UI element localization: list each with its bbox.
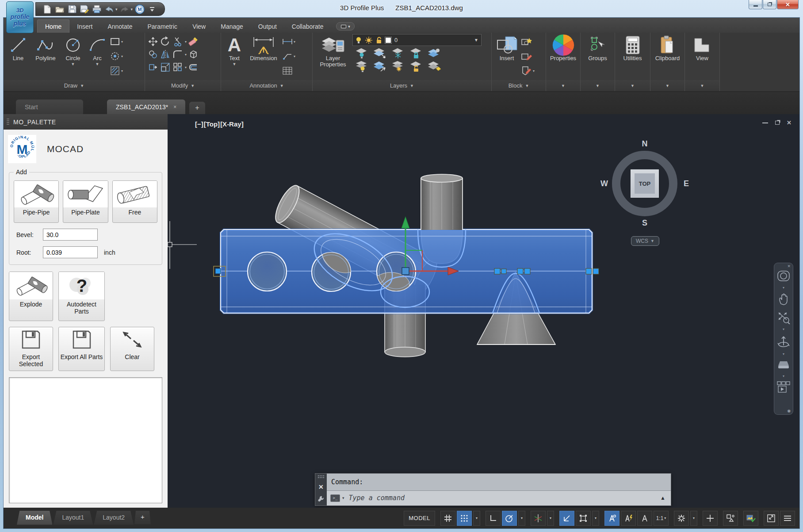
layer-thaw-all-button[interactable]	[390, 60, 405, 73]
arc-dropdown[interactable]: ▼	[96, 62, 99, 67]
command-settings-icon[interactable]	[317, 495, 324, 504]
clipboard-panel-title[interactable]: ▼	[650, 80, 684, 91]
text-button[interactable]: A Text ▼	[223, 34, 245, 68]
viewcube-south[interactable]: S	[642, 218, 647, 228]
tab-output[interactable]: Output	[251, 20, 284, 33]
maximize-button[interactable]	[763, 0, 776, 9]
mirror-button[interactable]	[160, 49, 171, 60]
move-button[interactable]	[147, 36, 159, 47]
application-menu-button[interactable]: 3D profile plus	[6, 1, 34, 33]
offset-button[interactable]	[187, 61, 199, 73]
scale-button[interactable]	[160, 61, 171, 73]
properties-panel-title[interactable]: ▼	[546, 80, 580, 91]
undo-button[interactable]	[104, 4, 115, 15]
tab-annotate[interactable]: Annotate	[100, 20, 140, 33]
groups-button[interactable]: Groups	[587, 34, 608, 62]
file-tab-active-document[interactable]: ZSB1_ACAD2013* ×	[107, 100, 185, 114]
layer-freeze-button[interactable]	[390, 47, 405, 59]
viewcube-face-top[interactable]: TOP	[631, 169, 659, 198]
annotation-scale-icon-button[interactable]	[637, 511, 652, 526]
pipe-pipe-button[interactable]: Pipe-Pipe	[14, 180, 59, 223]
explode-button[interactable]: Explode	[9, 272, 53, 321]
trim-button[interactable]	[172, 36, 184, 47]
palette-grip-icon[interactable]	[7, 118, 9, 126]
parts-list[interactable]	[9, 377, 162, 503]
edit-block-button[interactable]	[521, 50, 532, 62]
copy-button[interactable]	[147, 49, 159, 60]
zoom-dropdown-icon[interactable]: ▾	[783, 327, 784, 331]
tab-insert[interactable]: Insert	[69, 20, 100, 33]
layer-on2-button[interactable]	[354, 60, 369, 73]
rotate-button[interactable]	[160, 36, 171, 47]
graphics-performance-button[interactable]	[743, 511, 758, 526]
navbar-options-icon[interactable]: ◉	[787, 409, 791, 413]
tab-home[interactable]: Home	[37, 19, 69, 33]
snap-mode-button[interactable]	[457, 511, 472, 526]
doc-restore-icon[interactable]	[775, 121, 780, 125]
tab-view[interactable]: View	[185, 20, 213, 33]
ortho-button[interactable]	[486, 511, 501, 526]
array-dropdown[interactable]: ▾	[185, 65, 187, 69]
layer-match-button[interactable]	[427, 47, 442, 59]
tab-layout1[interactable]: Layout1	[53, 511, 93, 525]
dimension-button[interactable]: Dimension	[247, 34, 280, 62]
annotation-monitor-button[interactable]	[703, 511, 718, 526]
groups-panel-title[interactable]: ▼	[581, 80, 615, 91]
viewcube-east[interactable]: E	[684, 179, 689, 188]
grid-display-button[interactable]	[440, 511, 455, 526]
annotation-scale-value[interactable]: 1:1▾	[654, 511, 669, 526]
navigation-wheel-button[interactable]	[777, 269, 790, 284]
open-file-button[interactable]	[54, 4, 65, 15]
tab-parametric[interactable]: Parametric	[140, 20, 185, 33]
file-tab-start[interactable]: Start	[16, 100, 83, 114]
linear-dim-dropdown[interactable]: ▾	[294, 40, 295, 44]
redo-dropdown[interactable]: ▾	[131, 7, 133, 11]
annotation-visibility-button[interactable]	[604, 511, 619, 526]
visual-style-control[interactable]: [X-Ray]	[220, 120, 244, 128]
clipboard-button[interactable]: Clipboard	[654, 34, 681, 62]
text-dropdown[interactable]: ▼	[233, 62, 237, 67]
isodraft-button[interactable]	[531, 511, 546, 526]
3d-box-button[interactable]	[187, 49, 199, 60]
trim-dropdown[interactable]: ▾	[185, 40, 187, 44]
orbit-button[interactable]	[777, 334, 790, 351]
polyline-button[interactable]: Polyline	[32, 34, 59, 62]
snap-dropdown[interactable]: ▾	[473, 511, 480, 526]
table-button[interactable]	[282, 65, 293, 77]
ribbon-display-toggle[interactable]: ▾	[336, 22, 355, 31]
minimize-button[interactable]	[749, 0, 762, 9]
edit-attributes-dropdown[interactable]: ▾	[533, 69, 535, 73]
command-close-icon[interactable]: ✕	[318, 483, 324, 490]
draw-panel-title[interactable]: Draw▼	[4, 80, 145, 91]
command-line-dock[interactable]: ✕ Command: >_ ▾ Type a command ▲	[315, 473, 671, 506]
annotation-panel-title[interactable]: Annotation▼	[221, 80, 312, 91]
drawing-viewport[interactable]: [−] [Top] [X-Ray] ✕ N E S W TOP	[168, 114, 799, 508]
close-button[interactable]: ✕	[777, 0, 799, 9]
export-selected-button[interactable]: Export Selected	[9, 327, 53, 371]
pan-button[interactable]	[777, 292, 790, 307]
rectangle-button[interactable]	[109, 36, 121, 47]
layer-selector[interactable]: 0 ▼	[352, 34, 482, 46]
line-button[interactable]: Line	[6, 34, 31, 62]
command-prompt-icon[interactable]: >_	[330, 494, 340, 502]
doc-minimize-icon[interactable]	[762, 122, 768, 123]
redo-button[interactable]	[119, 4, 130, 15]
view-control[interactable]: [Top]	[204, 120, 220, 128]
workspace-dropdown[interactable]: ▾	[690, 511, 697, 526]
orbit-dropdown-icon[interactable]: ▾	[783, 352, 784, 356]
create-block-button[interactable]	[521, 36, 532, 47]
command-prompt-dropdown[interactable]: ▾	[342, 496, 344, 500]
hatch-dropdown[interactable]: ▾	[121, 69, 123, 73]
modify-panel-title[interactable]: Modify▼	[145, 80, 221, 91]
layer-isolate-button[interactable]	[372, 47, 387, 59]
donut-button[interactable]	[109, 50, 121, 62]
fillet-button[interactable]	[172, 49, 184, 60]
circle-dropdown[interactable]: ▼	[71, 62, 75, 67]
new-file-button[interactable]	[42, 4, 53, 15]
autoscale-button[interactable]	[621, 511, 636, 526]
view-button[interactable]: View	[691, 34, 714, 62]
leader-button[interactable]	[282, 50, 293, 62]
motion-panel-button[interactable]	[776, 381, 791, 396]
block-panel-title[interactable]: Block▼	[492, 80, 546, 91]
save-button[interactable]	[67, 4, 77, 15]
